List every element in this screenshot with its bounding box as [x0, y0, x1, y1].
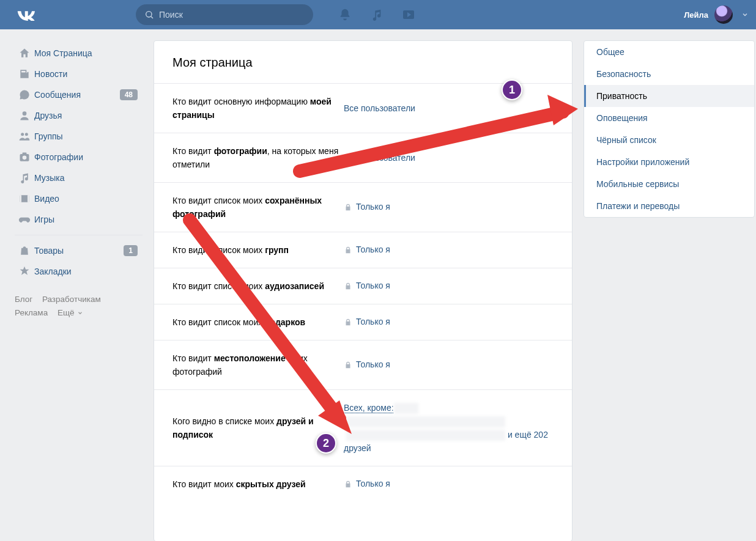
nav-item-bookmarks[interactable]: Закладки — [15, 261, 143, 282]
privacy-row-label: Кто видит основную информацию моей стран… — [172, 95, 344, 122]
privacy-row: Кто видит местоположение моих фотографий… — [154, 340, 572, 389]
footer-ads-link[interactable]: Реклама — [15, 308, 48, 317]
topbar: Лейла — [0, 0, 756, 29]
video-icon — [15, 193, 34, 205]
svg-rect-12 — [28, 195, 29, 202]
nav-item-video[interactable]: Видео — [15, 188, 143, 209]
privacy-row-value[interactable]: Только я — [344, 479, 554, 490]
nav-item-groups[interactable]: Группы — [15, 126, 143, 147]
nav-item-photos[interactable]: Фотографии — [15, 147, 143, 167]
news-icon — [15, 68, 34, 80]
chevron-down-icon — [741, 11, 749, 18]
nav-item-label: Фотографии — [34, 152, 83, 162]
settings-tab-5[interactable]: Настройки приложений — [584, 151, 754, 173]
nav-badge: 48 — [120, 89, 138, 100]
page-title: Моя страница — [154, 41, 572, 83]
privacy-row-label: Кто видит фотографии, на которых меня от… — [172, 144, 344, 171]
privacy-row-value[interactable]: Все пользователи — [344, 103, 554, 113]
privacy-row-value[interactable]: Всех, кроме: и ещё 202 друзей — [344, 401, 554, 455]
privacy-row-value[interactable]: Только я — [344, 317, 554, 328]
privacy-row-value[interactable]: Все пользователи — [344, 153, 554, 163]
svg-rect-11 — [20, 195, 22, 202]
privacy-row-value[interactable]: Только я — [344, 245, 554, 256]
privacy-row: Кто видит список моих подарковТолько я — [154, 304, 572, 340]
privacy-row: Кто видит список моих группТолько я — [154, 232, 572, 268]
privacy-row: Кто видит моих скрытых друзейТолько я — [154, 466, 572, 502]
friends-icon — [15, 109, 34, 122]
nav-item-label: Друзья — [34, 111, 62, 120]
privacy-row: Кого видно в списке моих друзей и подпис… — [154, 389, 572, 466]
avatar — [714, 6, 733, 24]
privacy-row-value[interactable]: Только я — [344, 202, 554, 213]
privacy-row-label: Кто видит моих скрытых друзей — [172, 477, 344, 491]
privacy-row-label: Кто видит местоположение моих фотографий — [172, 351, 344, 378]
nav-badge: 1 — [124, 245, 138, 256]
games-icon — [15, 213, 34, 226]
privacy-row-value[interactable]: Только я — [344, 281, 554, 292]
settings-tab-4[interactable]: Чёрный список — [584, 129, 754, 151]
privacy-row-blurred-value[interactable]: Всех, кроме: и ещё 202 друзей — [344, 401, 554, 455]
nav-item-label: Видео — [34, 194, 59, 204]
privacy-row-label: Кто видит список моих аудиозаписей — [172, 279, 344, 293]
home-icon — [15, 47, 34, 59]
svg-point-8 — [23, 156, 27, 160]
lock-icon — [344, 203, 352, 212]
settings-tab-3[interactable]: Оповещения — [584, 107, 754, 129]
profile-name: Лейла — [684, 10, 708, 20]
svg-point-0 — [146, 12, 152, 17]
lock-icon — [344, 361, 352, 369]
footer-more-link[interactable]: Ещё — [57, 306, 83, 320]
nav-item-label: Игры — [34, 215, 54, 224]
lock-icon — [344, 246, 352, 254]
nav-item-music[interactable]: Музыка — [15, 167, 143, 188]
photos-icon — [15, 151, 34, 163]
svg-point-5 — [21, 133, 24, 136]
svg-point-6 — [25, 133, 28, 136]
lock-icon — [344, 480, 352, 488]
music-icon[interactable] — [369, 7, 384, 22]
annotation-badge-1: 1 — [502, 79, 522, 100]
messages-icon — [15, 89, 34, 101]
video-player-icon[interactable] — [401, 7, 416, 22]
search-icon — [144, 10, 154, 20]
bookmarks-icon — [15, 265, 34, 278]
privacy-row-label: Кто видит список моих подарков — [172, 315, 344, 329]
nav-item-friends[interactable]: Друзья — [15, 105, 143, 126]
settings-tab-1[interactable]: Безопасность — [584, 63, 754, 85]
top-icons — [338, 7, 416, 22]
search-input-wrap[interactable] — [136, 4, 313, 25]
footer-links: Блог Разработчикам Реклама Ещё — [15, 293, 143, 320]
privacy-row-label: Кто видит список моих групп — [172, 243, 344, 257]
groups-icon — [15, 130, 34, 142]
nav-item-market[interactable]: Товары 1 — [15, 240, 143, 261]
nav-item-news[interactable]: Новости — [15, 64, 143, 84]
notifications-icon[interactable] — [338, 7, 352, 22]
left-nav: Моя Страница Новости Сообщения 48 Друзья… — [5, 40, 143, 541]
privacy-row-label: Кто видит список моих сохранённых фотогр… — [172, 194, 344, 221]
settings-tab-7[interactable]: Платежи и переводы — [584, 195, 754, 217]
svg-line-1 — [151, 17, 153, 18]
privacy-row-value[interactable]: Только я — [344, 359, 554, 371]
lock-icon — [344, 318, 352, 326]
search-input[interactable] — [159, 10, 305, 20]
nav-item-games[interactable]: Игры — [15, 209, 143, 230]
nav-item-label: Товары — [34, 246, 64, 256]
settings-tabs: ОбщееБезопасностьПриватностьОповещенияЧё… — [584, 40, 755, 218]
privacy-row: Кто видит список моих сохранённых фотогр… — [154, 182, 572, 232]
profile-menu[interactable]: Лейла — [684, 6, 749, 24]
nav-item-label: Моя Страница — [34, 48, 92, 58]
privacy-row: Кто видит фотографии, на которых меня от… — [154, 133, 572, 182]
settings-tab-2[interactable]: Приватность — [584, 85, 754, 107]
svg-rect-3 — [21, 71, 26, 73]
nav-item-home[interactable]: Моя Страница — [15, 43, 143, 64]
settings-tab-0[interactable]: Общее — [584, 41, 754, 63]
nav-separator — [15, 235, 143, 235]
footer-devs-link[interactable]: Разработчикам — [42, 295, 101, 304]
annotation-badge-2: 2 — [316, 433, 336, 454]
nav-item-messages[interactable]: Сообщения 48 — [15, 84, 143, 105]
footer-blog-link[interactable]: Блог — [15, 295, 32, 304]
settings-panel: Моя страница Кто видит основную информац… — [154, 40, 573, 541]
svg-point-4 — [23, 111, 27, 116]
vk-logo-icon[interactable] — [17, 4, 38, 25]
settings-tab-6[interactable]: Мобильные сервисы — [584, 173, 754, 195]
